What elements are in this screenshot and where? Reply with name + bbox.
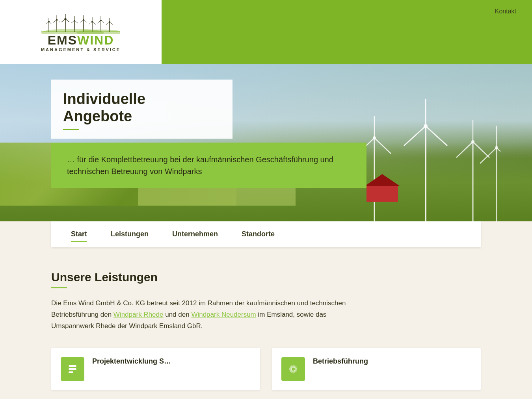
svg-line-47	[426, 126, 447, 146]
logo-subtitle: MANAGEMENT & SERVICE	[41, 47, 121, 52]
card-text-1: Projektentwicklung S…	[92, 357, 171, 366]
windpark-neudersum-link[interactable]: Windpark Neudersum	[191, 311, 256, 318]
svg-line-15	[65, 19, 69, 22]
section-title-underline	[51, 287, 67, 288]
nav-item-leistungen[interactable]: Leistungen	[99, 221, 160, 247]
svg-line-29	[89, 22, 92, 24]
svg-line-9	[53, 20, 57, 22]
svg-line-19	[71, 20, 74, 23]
svg-rect-68	[69, 365, 76, 367]
svg-line-57	[473, 142, 489, 158]
svg-line-66	[480, 148, 497, 163]
svg-rect-70	[69, 371, 73, 373]
logo-ems-wind-text: EMSWIND	[41, 34, 121, 46]
hero-barn	[366, 186, 398, 202]
svg-line-24	[80, 20, 84, 22]
svg-line-40	[110, 22, 113, 25]
card-title-2: Betriebsführung	[313, 357, 368, 366]
svg-line-56	[456, 142, 473, 158]
svg-line-25	[84, 20, 87, 22]
nav-item-start[interactable]: Start	[59, 221, 99, 247]
svg-line-4	[46, 22, 49, 24]
windmill-logo-icon	[41, 12, 120, 34]
hero-barn-roof	[365, 174, 400, 186]
nav-items: Start Leistungen Unternehmen Standorte	[51, 221, 481, 247]
logo: EMSWIND MANAGEMENT & SERVICE	[41, 12, 121, 52]
logo-box: EMSWIND MANAGEMENT & SERVICE	[0, 0, 162, 64]
section-description: Die Ems Wind GmbH & Co. KG betreut seit …	[51, 298, 351, 332]
nav-bar: Start Leistungen Unternehmen Standorte	[51, 221, 481, 247]
svg-line-34	[97, 20, 101, 23]
svg-rect-69	[69, 368, 76, 370]
service-cards: Projektentwicklung S… Betriebsführung	[51, 348, 481, 390]
card-icon-1	[61, 357, 84, 381]
svg-point-72	[292, 367, 295, 371]
svg-line-5	[49, 22, 52, 24]
hero-subtitle: … für die Komplettbetreuung bei der kauf…	[67, 154, 351, 177]
svg-line-52	[374, 138, 391, 154]
hero-title: Individuelle Angebote	[63, 91, 217, 125]
nav-active-indicator	[71, 241, 87, 242]
svg-line-35	[101, 20, 104, 23]
section-title: Unsere Leistungen	[51, 271, 481, 284]
hero-title-box: Individuelle Angebote	[51, 80, 233, 139]
svg-line-10	[57, 20, 60, 22]
svg-line-39	[106, 22, 110, 25]
card-text-2: Betriebsführung	[313, 357, 368, 366]
hero-section: Individuelle Angebote … für die Komplett…	[0, 64, 532, 221]
card-projektentwicklung: Projektentwicklung S…	[51, 348, 260, 390]
hero-subtitle-box: … für die Komplettbetreuung bei der kauf…	[51, 143, 366, 188]
windpark-rhede-link[interactable]: Windpark Rhede	[113, 311, 164, 318]
hero-title-underline	[63, 129, 79, 130]
gear-icon	[287, 363, 299, 375]
card-betriebsfuehrung: Betriebsführung	[272, 348, 481, 390]
tool-icon	[66, 363, 79, 375]
content-section: Unsere Leistungen Die Ems Wind GmbH & Co…	[0, 247, 532, 399]
card-icon-2	[281, 357, 305, 381]
nav-item-standorte[interactable]: Standorte	[230, 221, 286, 247]
svg-line-46	[404, 126, 426, 146]
svg-line-20	[74, 20, 78, 23]
svg-line-14	[61, 19, 65, 22]
svg-line-30	[92, 22, 96, 24]
header: EMSWIND MANAGEMENT & SERVICE Kontakt	[0, 0, 532, 64]
card-title-1: Projektentwicklung S…	[92, 357, 171, 366]
kontakt-link[interactable]: Kontakt	[495, 8, 516, 15]
header-nav: Kontakt	[162, 0, 532, 64]
nav-item-unternehmen[interactable]: Unternehmen	[160, 221, 230, 247]
